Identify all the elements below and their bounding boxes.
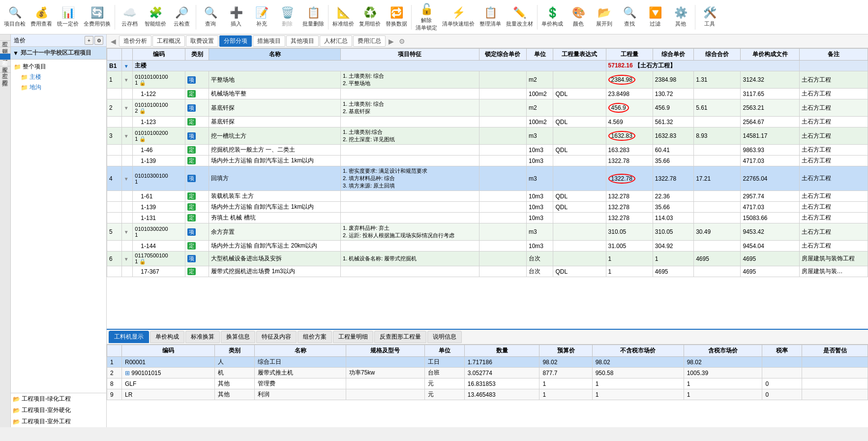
- nav-tab-rencai[interactable]: 人材汇总: [320, 35, 352, 47]
- bottom-tab-fancha[interactable]: 反查图形工程量: [374, 331, 426, 343]
- toolbar-supplement[interactable]: 📝 补充: [249, 5, 274, 29]
- toolbar-batch-delete[interactable]: 📋 批量删除: [300, 5, 326, 29]
- left-nav-item-3[interactable]: 与装饰工程: [0, 47, 10, 54]
- bottom-tab-tezheng[interactable]: 特征及内容: [256, 331, 297, 343]
- sidebar-proj-list: 📂 工程项目-绿化工程 📂 工程项目-室外硬化 📂 工程项目-室外工程: [11, 393, 106, 427]
- row2-collapse[interactable]: ▼: [121, 99, 133, 117]
- toolbar-all-fee[interactable]: 🔄 全费用切换: [82, 5, 113, 29]
- find-icon: 🔍: [623, 6, 636, 19]
- toolbar-standard-group[interactable]: 📐 标准组价: [330, 5, 356, 29]
- toolbar-other[interactable]: ⚙️ 其他: [668, 5, 693, 29]
- tree-root-label: 整个项目: [23, 63, 46, 71]
- nav-tab-quji[interactable]: 取费设置: [186, 35, 218, 47]
- bottom-tab-danjia[interactable]: 单价构成: [150, 331, 184, 343]
- bottom-tab-mingxi[interactable]: 工程量明细: [333, 331, 373, 343]
- row4-collapse[interactable]: ▼: [121, 166, 133, 191]
- toolbar-color[interactable]: 🎨 颜色: [566, 5, 591, 29]
- sidebar-add-btn[interactable]: +: [85, 36, 93, 45]
- bottom-tab-shuoming[interactable]: 说明信息: [427, 331, 462, 343]
- table-row-5[interactable]: 5 ▼ 010103002001 项 余方弃置 1. 废弃料品种: 弃土2. 运…: [107, 223, 868, 241]
- br2-qty: 3.052774: [464, 368, 539, 378]
- left-nav-item-4[interactable]: 工程: [0, 54, 10, 60]
- left-nav-item-2[interactable]: 规则: [0, 41, 10, 47]
- bottom-tab-biaozhun[interactable]: 标准换算: [185, 331, 220, 343]
- tree-item-root[interactable]: 📁 整个项目: [13, 62, 104, 72]
- row4-name: 回填方: [209, 166, 341, 191]
- expand-icon: 📂: [598, 6, 611, 19]
- proj-item-2[interactable]: 📂 工程项目-室外硬化: [11, 405, 106, 416]
- nav-left-arrow[interactable]: ◀: [109, 37, 118, 45]
- toolbar-cloud-check[interactable]: 🔎 云检查: [169, 5, 194, 29]
- toolbar-batch-change[interactable]: ✏️ 批量改主材: [504, 5, 535, 29]
- row1-qty: 2384.98: [606, 71, 653, 89]
- toolbar-find[interactable]: 🔍 查找: [617, 5, 642, 29]
- left-nav-item-5[interactable]: 水工程: [0, 60, 10, 66]
- tree-item-main[interactable]: 📁 主楼: [13, 72, 104, 82]
- row4-qty: 1322.78: [606, 166, 653, 191]
- br1-estimate: [802, 357, 868, 368]
- b1-note: [799, 61, 868, 71]
- toolbar-insert[interactable]: ➕ 插入: [224, 5, 248, 29]
- left-nav-item-6[interactable]: 工程: [0, 66, 10, 73]
- row1-collapse[interactable]: ▼: [121, 71, 133, 89]
- row1-expr: [553, 71, 606, 89]
- nav-tab-feiyong[interactable]: 费用汇总: [353, 35, 386, 47]
- nav-tab-qita[interactable]: 其他项目: [286, 35, 319, 47]
- table-row-2[interactable]: 2 ▼ 010101001002 🔒 项 基底钎探 1. 土壤类别: 综合2. …: [107, 99, 868, 117]
- row3-feature: 1. 土壤类别:综合2. 挖土深度: 详见图纸: [341, 127, 479, 145]
- toolbar-quick-group[interactable]: ⚡ 清单快速组价: [440, 5, 477, 29]
- row3-code: 010101002001 🔒: [133, 127, 185, 145]
- toolbar-filter[interactable]: 🔽 过滤: [643, 5, 667, 29]
- proj-item-1[interactable]: 📂 工程项目-绿化工程: [11, 393, 106, 405]
- table-row-6[interactable]: 6 ▼ 011705001001 🔒 项 大型机械设备进出场及安拆 1. 机械设…: [107, 252, 868, 266]
- toolbar-smart-group[interactable]: 🧩 智能组价: [143, 5, 168, 29]
- toolbar-sort-list[interactable]: 📋 整理清单: [478, 5, 503, 29]
- bth-notax: 不含税市场价: [592, 345, 684, 357]
- row4-unitprice: 1322.78: [653, 166, 693, 191]
- toolbar-reuse-group[interactable]: ♻️ 复用组价: [357, 5, 383, 29]
- br8-estimate: [802, 378, 868, 389]
- sub1-qty: 23.8498: [606, 89, 653, 99]
- toolbar-tool[interactable]: 🛠️ 工具: [697, 5, 722, 29]
- left-nav-item-7[interactable]: 控工程: [0, 73, 10, 79]
- row3-collapse[interactable]: ▼: [121, 127, 133, 145]
- toolbar-replace-data[interactable]: 🔁 替换数据: [384, 5, 409, 29]
- toolbar-delete[interactable]: 🗑️ 删除: [275, 5, 299, 29]
- nav-tab-cuoshi[interactable]: 措施项目: [253, 35, 285, 47]
- nav-tab-zaojia[interactable]: 造价分析: [119, 35, 151, 47]
- toolbar-unit-price[interactable]: 💲 单价构成: [539, 5, 565, 29]
- proj-item-3[interactable]: 📂 工程项目-室外工程: [11, 416, 106, 427]
- table-row-1[interactable]: 1 ▼ 010101001001 🔒 项 平整场地 1. 土壤类别: 综合2. …: [107, 71, 868, 89]
- nav-tab-gaikuang[interactable]: 工程概况: [152, 35, 185, 47]
- br9-name: 利润: [255, 389, 346, 400]
- table-row-4[interactable]: 4 ▼ 010103001001 项 回填方 1. 密实度要求: 满足设计和规范…: [107, 166, 868, 191]
- nav-settings-icon[interactable]: ⚙: [397, 37, 407, 45]
- bottom-tab-huansuan[interactable]: 换算信息: [221, 331, 255, 343]
- toolbar-cloud-archive[interactable]: ☁️ 云存档: [117, 5, 142, 29]
- sort-list-label: 整理清单: [479, 20, 501, 28]
- nav-right-arrow[interactable]: ▶: [387, 37, 396, 45]
- unified-price-icon: 📊: [61, 6, 75, 19]
- toolbar-fee-view[interactable]: 💰 费用查看: [29, 5, 54, 29]
- toolbar-project-check[interactable]: 🔍 项目自检: [2, 5, 28, 29]
- toolbar-query[interactable]: 🔍 查询: [198, 5, 223, 29]
- row2-code: 010101001002 🔒: [133, 99, 185, 117]
- toolbar-unified-price[interactable]: 📊 统一定价: [55, 5, 81, 29]
- tree-item-ditch[interactable]: 📁 地沟: [13, 82, 104, 93]
- bottom-tab-gongji[interactable]: 工料机显示: [109, 331, 149, 343]
- project-check-label: 项目自检: [4, 20, 26, 28]
- toolbar-expand[interactable]: 📂 展开到: [592, 5, 616, 29]
- sub1-unit: 100m2: [526, 89, 553, 99]
- toolbar-unlock[interactable]: 🔓 解除清单锁定: [414, 2, 439, 32]
- batch-change-label: 批量改主材: [506, 20, 533, 28]
- sidebar-settings-btn[interactable]: ⚙: [94, 36, 103, 45]
- nav-tab-fenbu[interactable]: 分部分项: [219, 35, 252, 47]
- expand-label: 展开到: [596, 20, 612, 28]
- br2-expand[interactable]: ⊞: [125, 370, 130, 377]
- br2-type: 机: [215, 368, 255, 378]
- left-nav-item-1[interactable]: 工程: [0, 34, 10, 41]
- table-row-3[interactable]: 3 ▼ 010101002001 🔒 项 挖一槽坑土方 1. 土壤类别:综合2.…: [107, 127, 868, 145]
- bottom-tab-zuhe[interactable]: 组价方案: [298, 331, 332, 343]
- th-unitprice: 综合单价: [653, 49, 693, 61]
- b1-collapse[interactable]: ▼: [121, 61, 133, 71]
